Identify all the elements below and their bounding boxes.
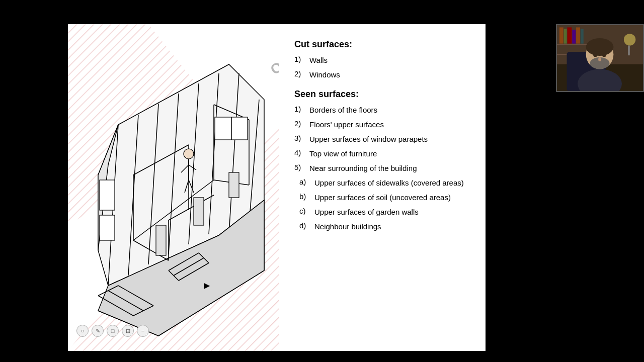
- sub-item-a: a) Upper surfaces of sidewalks (covered …: [299, 177, 475, 188]
- svg-rect-62: [572, 30, 576, 43]
- svg-rect-59: [559, 27, 564, 43]
- svg-rect-74: [628, 46, 630, 56]
- svg-point-70: [602, 54, 606, 57]
- main-slide: OKU ▶ Cut surfaces: 1) Walls 2) Windows …: [68, 24, 486, 351]
- sub-item-b: b) Upper surfaces of soil (uncovered are…: [299, 192, 475, 203]
- sub-list: a) Upper surfaces of sidewalks (covered …: [299, 177, 475, 232]
- svg-point-69: [593, 54, 597, 57]
- svg-point-48: [184, 149, 194, 159]
- svg-rect-46: [194, 198, 204, 225]
- sub-item-d: d) Neighbour buildings: [299, 221, 475, 232]
- left-panel-drawing: OKU ▶: [68, 24, 279, 351]
- sub-item-c: c) Upper surfaces of garden walls: [299, 207, 475, 217]
- toolbar-btn-circle[interactable]: ○: [76, 325, 89, 337]
- svg-rect-64: [581, 29, 584, 43]
- svg-point-67: [586, 38, 614, 56]
- cut-item-1: 1) Walls: [294, 55, 475, 65]
- cut-surfaces-section: Cut surfaces: 1) Walls 2) Windows: [294, 39, 475, 80]
- svg-rect-24: [100, 215, 115, 240]
- seen-item-2: 2) Floors' upper surfaces: [294, 119, 475, 130]
- slide-toolbar: ○ ✎ □ ⊞ −: [76, 325, 149, 337]
- svg-rect-63: [576, 27, 580, 43]
- svg-rect-60: [564, 29, 567, 43]
- svg-rect-61: [568, 27, 572, 43]
- camera-feed: [556, 24, 644, 92]
- toolbar-btn-minus[interactable]: −: [137, 325, 149, 337]
- svg-rect-45: [156, 225, 166, 255]
- seen-surfaces-title: Seen surfaces:: [294, 89, 475, 100]
- svg-rect-47: [229, 172, 239, 198]
- svg-point-73: [624, 34, 635, 45]
- svg-text:OKU: OKU: [268, 49, 279, 78]
- toolbar-btn-rect[interactable]: □: [107, 325, 119, 337]
- seen-item-5: 5) Near surrounding of the building: [294, 163, 475, 173]
- seen-item-4: 4) Top view of furniture: [294, 148, 475, 159]
- right-panel-text: Cut surfaces: 1) Walls 2) Windows Seen s…: [279, 24, 486, 351]
- svg-point-71: [598, 57, 601, 61]
- toolbar-btn-pencil[interactable]: ✎: [92, 325, 104, 337]
- seen-item-3: 3) Upper surfaces of window parapets: [294, 134, 475, 144]
- seen-item-1: 1) Borders of the floors: [294, 105, 475, 115]
- cut-surfaces-title: Cut surfaces:: [294, 39, 475, 50]
- toolbar-btn-grid[interactable]: ⊞: [122, 325, 134, 337]
- svg-rect-23: [100, 180, 115, 210]
- seen-surfaces-section: Seen surfaces: 1) Borders of the floors …: [294, 89, 475, 232]
- cut-item-2: 2) Windows: [294, 69, 475, 80]
